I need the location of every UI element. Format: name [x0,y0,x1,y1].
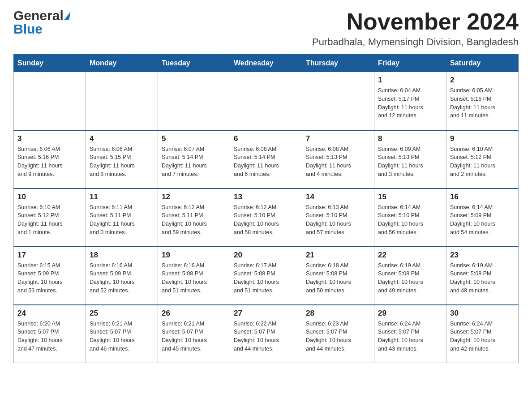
day-info: Sunrise: 6:05 AM Sunset: 5:16 PM Dayligh… [450,86,515,120]
day-number: 21 [306,251,370,260]
calendar-cell: 22Sunrise: 6:19 AM Sunset: 5:08 PM Dayli… [374,247,446,305]
day-number: 4 [90,134,154,143]
day-info: Sunrise: 6:24 AM Sunset: 5:07 PM Dayligh… [450,320,515,353]
calendar-cell [14,72,86,130]
calendar-cell [158,72,230,130]
day-number: 2 [450,76,515,85]
day-info: Sunrise: 6:07 AM Sunset: 5:14 PM Dayligh… [162,145,226,179]
day-number: 23 [450,251,515,260]
day-info: Sunrise: 6:20 AM Sunset: 5:07 PM Dayligh… [17,320,82,353]
day-number: 5 [162,134,226,143]
day-number: 10 [17,193,82,201]
weekday-header-monday: Monday [86,55,158,72]
day-number: 3 [17,134,82,143]
calendar-cell: 4Sunrise: 6:06 AM Sunset: 5:15 PM Daylig… [86,130,158,188]
calendar-cell: 20Sunrise: 6:17 AM Sunset: 5:08 PM Dayli… [230,247,302,305]
calendar-cell: 2Sunrise: 6:05 AM Sunset: 5:16 PM Daylig… [446,72,519,130]
day-info: Sunrise: 6:14 AM Sunset: 5:10 PM Dayligh… [378,203,442,237]
calendar-cell [230,72,302,130]
calendar-cell: 3Sunrise: 6:06 AM Sunset: 5:16 PM Daylig… [14,130,86,188]
day-number: 12 [162,193,226,201]
day-number: 30 [450,309,515,318]
week-row-3: 10Sunrise: 6:10 AM Sunset: 5:12 PM Dayli… [14,188,519,247]
day-number: 24 [17,309,82,318]
day-number: 18 [90,251,154,260]
calendar-cell: 6Sunrise: 6:08 AM Sunset: 5:14 PM Daylig… [230,130,302,188]
day-info: Sunrise: 6:17 AM Sunset: 5:08 PM Dayligh… [234,261,298,295]
day-info: Sunrise: 6:10 AM Sunset: 5:12 PM Dayligh… [17,203,82,237]
day-info: Sunrise: 6:16 AM Sunset: 5:09 PM Dayligh… [90,261,154,295]
day-info: Sunrise: 6:16 AM Sunset: 5:08 PM Dayligh… [162,261,226,295]
weekday-header-saturday: Saturday [446,55,519,72]
logo: General Blue [13,9,70,36]
calendar-cell [302,72,374,130]
weekday-header-sunday: Sunday [14,55,86,72]
day-number: 28 [306,309,370,318]
weekday-header-wednesday: Wednesday [230,55,302,72]
calendar-cell [86,72,158,130]
day-info: Sunrise: 6:09 AM Sunset: 5:13 PM Dayligh… [378,145,442,179]
calendar-cell: 14Sunrise: 6:13 AM Sunset: 5:10 PM Dayli… [302,188,374,247]
day-number: 7 [306,134,370,143]
day-info: Sunrise: 6:12 AM Sunset: 5:10 PM Dayligh… [234,203,298,237]
week-row-4: 17Sunrise: 6:15 AM Sunset: 5:09 PM Dayli… [14,247,519,305]
day-number: 20 [234,251,298,260]
calendar-cell: 9Sunrise: 6:10 AM Sunset: 5:12 PM Daylig… [446,130,519,188]
week-row-2: 3Sunrise: 6:06 AM Sunset: 5:16 PM Daylig… [14,130,519,188]
day-info: Sunrise: 6:13 AM Sunset: 5:10 PM Dayligh… [306,203,370,237]
calendar-cell: 23Sunrise: 6:19 AM Sunset: 5:08 PM Dayli… [446,247,519,305]
logo-blue-text: Blue [13,22,70,36]
day-info: Sunrise: 6:21 AM Sunset: 5:07 PM Dayligh… [90,320,154,353]
day-number: 14 [306,193,370,201]
day-info: Sunrise: 6:19 AM Sunset: 5:08 PM Dayligh… [450,261,515,295]
day-number: 11 [90,193,154,201]
calendar-cell: 28Sunrise: 6:23 AM Sunset: 5:07 PM Dayli… [302,305,374,363]
weekday-header-tuesday: Tuesday [158,55,230,72]
calendar-cell: 19Sunrise: 6:16 AM Sunset: 5:08 PM Dayli… [158,247,230,305]
logo-arrow-icon [64,12,70,20]
day-info: Sunrise: 6:10 AM Sunset: 5:12 PM Dayligh… [450,145,515,179]
calendar-subtitle: Purbadhala, Mymensingh Division, Banglad… [312,36,519,48]
day-info: Sunrise: 6:08 AM Sunset: 5:13 PM Dayligh… [306,145,370,179]
day-number: 8 [378,134,442,143]
logo-general-line: General [13,9,70,22]
calendar-title: November 2024 [312,9,519,34]
day-number: 22 [378,251,442,260]
day-number: 9 [450,134,515,143]
day-info: Sunrise: 6:06 AM Sunset: 5:15 PM Dayligh… [90,145,154,179]
calendar-table: SundayMondayTuesdayWednesdayThursdayFrid… [13,54,519,363]
calendar-cell: 8Sunrise: 6:09 AM Sunset: 5:13 PM Daylig… [374,130,446,188]
day-number: 1 [378,76,442,85]
calendar-cell: 26Sunrise: 6:21 AM Sunset: 5:07 PM Dayli… [158,305,230,363]
day-info: Sunrise: 6:08 AM Sunset: 5:14 PM Dayligh… [234,145,298,179]
calendar-cell: 16Sunrise: 6:14 AM Sunset: 5:09 PM Dayli… [446,188,519,247]
day-info: Sunrise: 6:18 AM Sunset: 5:08 PM Dayligh… [306,261,370,295]
day-info: Sunrise: 6:04 AM Sunset: 5:17 PM Dayligh… [378,86,442,120]
calendar-cell: 5Sunrise: 6:07 AM Sunset: 5:14 PM Daylig… [158,130,230,188]
day-number: 29 [378,309,442,318]
day-number: 25 [90,309,154,318]
day-info: Sunrise: 6:06 AM Sunset: 5:16 PM Dayligh… [17,145,82,179]
day-number: 26 [162,309,226,318]
day-info: Sunrise: 6:14 AM Sunset: 5:09 PM Dayligh… [450,203,515,237]
day-info: Sunrise: 6:22 AM Sunset: 5:07 PM Dayligh… [234,320,298,353]
day-number: 15 [378,193,442,201]
day-info: Sunrise: 6:23 AM Sunset: 5:07 PM Dayligh… [306,320,370,353]
calendar-cell: 30Sunrise: 6:24 AM Sunset: 5:07 PM Dayli… [446,305,519,363]
day-info: Sunrise: 6:15 AM Sunset: 5:09 PM Dayligh… [17,261,82,295]
day-number: 17 [17,251,82,260]
week-row-5: 24Sunrise: 6:20 AM Sunset: 5:07 PM Dayli… [14,305,519,363]
day-number: 27 [234,309,298,318]
day-info: Sunrise: 6:11 AM Sunset: 5:11 PM Dayligh… [90,203,154,237]
day-info: Sunrise: 6:21 AM Sunset: 5:07 PM Dayligh… [162,320,226,353]
calendar-cell: 12Sunrise: 6:12 AM Sunset: 5:11 PM Dayli… [158,188,230,247]
calendar-cell: 29Sunrise: 6:24 AM Sunset: 5:07 PM Dayli… [374,305,446,363]
day-number: 19 [162,251,226,260]
weekday-header-thursday: Thursday [302,55,374,72]
calendar-cell: 1Sunrise: 6:04 AM Sunset: 5:17 PM Daylig… [374,72,446,130]
calendar-cell: 18Sunrise: 6:16 AM Sunset: 5:09 PM Dayli… [86,247,158,305]
day-info: Sunrise: 6:12 AM Sunset: 5:11 PM Dayligh… [162,203,226,237]
calendar-cell: 13Sunrise: 6:12 AM Sunset: 5:10 PM Dayli… [230,188,302,247]
calendar-cell: 21Sunrise: 6:18 AM Sunset: 5:08 PM Dayli… [302,247,374,305]
weekday-header-row: SundayMondayTuesdayWednesdayThursdayFrid… [14,55,519,72]
